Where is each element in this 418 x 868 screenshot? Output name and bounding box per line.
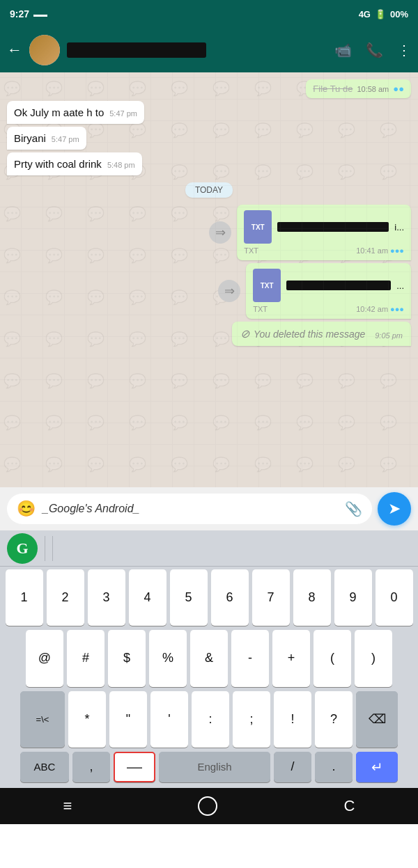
file-icon-1: TXT [244, 210, 272, 244]
nav-back-icon[interactable]: C [344, 797, 355, 815]
keyboard-row-numbers: 1 2 3 4 5 6 7 8 9 0 [0, 567, 418, 627]
nav-menu-icon[interactable]: ≡ [63, 797, 72, 815]
more-options-icon[interactable]: ⋮ [397, 42, 411, 58]
partial-time: 10:58 am [357, 85, 389, 93]
toolbar-divider-2 [52, 536, 53, 561]
file-ext-label-2: TXT [261, 282, 274, 290]
msg-time-1: 5:47 pm [109, 109, 137, 118]
contact-name-redacted [67, 42, 206, 58]
key-period[interactable]: . [315, 752, 353, 782]
chat-area: File Tu de 10:58 am ●● Ok July m aate h … [0, 72, 418, 487]
key-question[interactable]: ? [315, 691, 353, 748]
key-hash[interactable]: # [67, 630, 104, 686]
forward-arrow-1: ⇒ [215, 225, 226, 240]
key-5[interactable]: 5 [170, 569, 208, 626]
forward-icon-1: ⇒ [209, 221, 231, 244]
file-timestamp-1: 10:41 am [261, 246, 388, 255]
file-bubble-2: TXT ... TXT 10:42 am ●●● [246, 263, 411, 319]
key-plus[interactable]: + [272, 630, 310, 686]
back-button[interactable]: ← [7, 41, 22, 59]
partial-text: File Tu de [313, 84, 353, 94]
key-lang-label: English [197, 761, 231, 773]
send-icon: ➤ [388, 500, 401, 518]
file-time-2: TXT 10:42 am ●●● [253, 305, 404, 313]
key-space-lang[interactable]: English [159, 752, 270, 782]
video-call-icon[interactable]: 📹 [334, 42, 352, 58]
key-colon[interactable]: : [192, 691, 229, 748]
msg-text-2: Biryani [14, 132, 46, 144]
input-text-value[interactable]: _Google's Android_ [42, 503, 338, 515]
emoji-icon[interactable]: 😊 [17, 500, 36, 518]
key-close-paren[interactable]: ) [355, 630, 392, 686]
backspace-key[interactable]: ⌫ [356, 691, 398, 748]
file-name-suffix-2: ... [396, 281, 404, 291]
key-dquote[interactable]: " [109, 691, 147, 748]
key-percent[interactable]: % [149, 630, 187, 686]
status-battery: 00% [390, 9, 408, 19]
nav-home-button[interactable] [198, 796, 217, 816]
voice-call-icon[interactable]: 📞 [366, 42, 383, 58]
key-dollar[interactable]: $ [108, 630, 146, 686]
file-ticks-1: ●●● [390, 246, 404, 255]
key-abc[interactable]: ABC [20, 752, 69, 782]
forward-icon-2: ⇒ [218, 280, 240, 302]
key-6[interactable]: 6 [211, 569, 249, 626]
file-message-2: ⇒ TXT ... TXT 10:42 am ●●● [218, 263, 411, 319]
partial-message: File Tu de 10:58 am ●● [306, 79, 411, 98]
key-4[interactable]: 4 [129, 569, 167, 626]
key-equals-backslash[interactable]: =\< [20, 691, 65, 748]
toolbar-divider-1 [45, 536, 45, 561]
grammarly-label: G [16, 539, 28, 558]
day-divider: TODAY [185, 182, 233, 198]
key-minus[interactable]: - [231, 630, 269, 686]
file-message-1: ⇒ TXT i... TXT 10:41 am ●●● [209, 205, 411, 260]
forward-arrow-2: ⇒ [224, 283, 235, 299]
day-divider-text: TODAY [195, 185, 223, 195]
key-3[interactable]: 3 [88, 569, 125, 626]
key-dash[interactable]: — [114, 752, 155, 782]
file-timestamp-2: 10:42 am [270, 305, 388, 313]
message-2: Biryani 5:47 pm [7, 127, 86, 150]
key-ampersand[interactable]: & [190, 630, 228, 686]
message-input-field[interactable]: 😊 _Google's Android_ 📎 [7, 494, 372, 524]
msg-text-3: Prty with coal drink [14, 158, 102, 170]
key-8[interactable]: 8 [293, 569, 331, 626]
file-icon-2: TXT [253, 269, 281, 302]
key-slash[interactable]: / [274, 752, 311, 782]
key-open-paren[interactable]: ( [314, 630, 351, 686]
key-enter[interactable]: ↵ [356, 752, 398, 782]
file-name-redacted-2 [286, 281, 391, 290]
status-battery-icon: 🔋 [375, 9, 386, 19]
key-9[interactable]: 9 [334, 569, 372, 626]
chat-header: ← 📹 📞 ⋮ [0, 28, 418, 72]
msg-time-3: 5:48 pm [107, 161, 135, 169]
input-bar: 😊 _Google's Android_ 📎 ➤ [0, 487, 418, 530]
avatar[interactable] [29, 35, 60, 65]
key-1[interactable]: 1 [6, 569, 43, 626]
key-2[interactable]: 2 [47, 569, 84, 626]
deleted-message: ⊘ You deleted this message 9:05 pm [232, 322, 411, 346]
key-0[interactable]: 0 [376, 569, 413, 626]
send-button[interactable]: ➤ [378, 492, 411, 526]
partial-ticks: ●● [393, 84, 404, 94]
attach-icon[interactable]: 📎 [345, 500, 362, 517]
key-at[interactable]: @ [26, 630, 63, 686]
file-time-1: TXT 10:41 am ●●● [244, 246, 404, 255]
header-icons: 📹 📞 ⋮ [334, 42, 411, 58]
keyboard-row-symbols1: @ # $ % & - + ( ) [0, 627, 418, 688]
key-asterisk[interactable]: * [68, 691, 106, 748]
msg-time-2: 5:47 pm [52, 135, 79, 143]
keyboard-row-bottom: ABC , — English / . ↵ [0, 749, 418, 788]
deleted-icon: ⊘ [240, 327, 249, 340]
navigation-bar: ≡ C [0, 788, 418, 824]
key-squote[interactable]: ' [150, 691, 188, 748]
keyboard-row-symbols2: =\< * " ' : ; ! ? ⌫ [0, 688, 418, 749]
deleted-text: You deleted this message [254, 329, 365, 340]
grammarly-button[interactable]: G [7, 533, 38, 564]
status-sim-icon: ▬▬ [33, 10, 47, 18]
key-exclaim[interactable]: ! [274, 691, 311, 748]
key-7[interactable]: 7 [252, 569, 290, 626]
key-comma[interactable]: , [72, 752, 110, 782]
status-time: 9:27 [10, 8, 29, 19]
key-semicolon[interactable]: ; [233, 691, 270, 748]
